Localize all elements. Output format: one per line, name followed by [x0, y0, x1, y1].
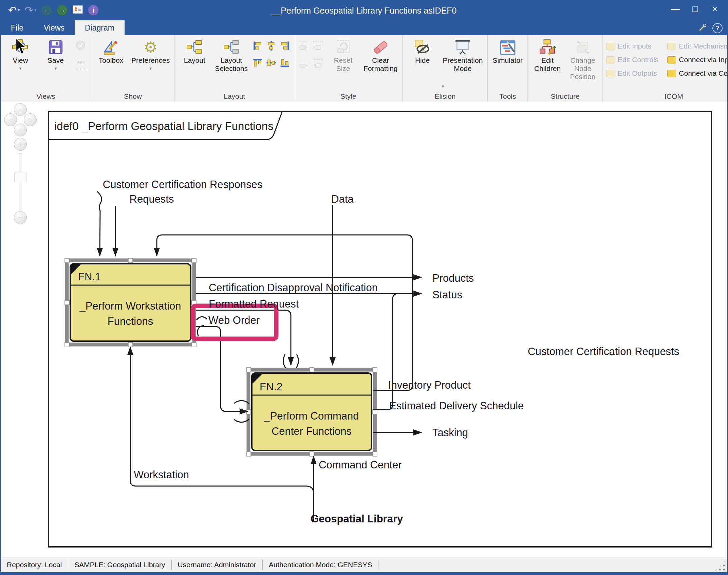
label-formatted-request[interactable]: Formatted Request	[209, 298, 299, 310]
status-username: Username: Administrator	[172, 560, 263, 570]
zoom-out-button[interactable]: −	[14, 211, 27, 224]
pan-right-button[interactable]: ▶	[24, 113, 37, 126]
status-bar: Repository: Local SAMPLE: Geospatial Lib…	[1, 557, 727, 572]
label-customer-certification-requests[interactable]: Customer Certification Requests	[528, 346, 679, 357]
zoom-in-button[interactable]: +	[14, 138, 27, 151]
zoom-slider-track[interactable]	[19, 153, 22, 219]
mouse-cursor	[14, 37, 27, 55]
fn2-name-line1: _Perform Command	[264, 410, 359, 422]
window-bottom-edge	[1, 572, 727, 574]
fn1-name-line2: Functions	[108, 315, 153, 327]
label-estimated-delivery-schedule[interactable]: Estimated Delivery Schedule	[389, 400, 524, 412]
label-web-order[interactable]: Web Order	[208, 314, 260, 326]
fn1-name-line1: _Perform Workstation	[79, 300, 181, 312]
pan-down-button[interactable]: ▼	[14, 124, 27, 136]
label-inventory-product[interactable]: Inventory Product	[388, 379, 471, 391]
label-requests[interactable]: Requests	[130, 193, 174, 205]
genesys-window: ↶▾ ↷▾ ← → i __Perform Geospatial Library…	[0, 0, 728, 575]
label-customer-certification-responses[interactable]: Customer Certification Responses	[103, 179, 262, 190]
pan-left-button[interactable]: ◀	[4, 113, 17, 126]
function-box-fn1[interactable]: FN.1 _Perform Workstation Functions	[70, 264, 191, 341]
diagram-canvas[interactable]: idef0 _Perform Geospatial Library Functi…	[1, 1, 728, 575]
fn2-number: FN.2	[260, 381, 282, 393]
label-products[interactable]: Products	[432, 272, 474, 284]
label-tasking[interactable]: Tasking	[432, 427, 468, 439]
fn2-name-line2: Center Functions	[272, 425, 352, 437]
label-command-center[interactable]: Command Center	[319, 459, 402, 471]
resize-grip[interactable]	[714, 560, 726, 572]
fn1-number: FN.1	[78, 271, 101, 283]
status-repository: Repository: Local	[1, 560, 68, 570]
label-certification-disapproval-notification[interactable]: Certification Disapproval Notification	[209, 282, 378, 294]
status-auth-mode: Authentication Mode: GENESYS	[263, 560, 379, 570]
diagram-title-tab-label: idef0 _Perform Geospatial Library Functi…	[54, 120, 274, 132]
function-box-fn2[interactable]: FN.2 _Perform Command Center Functions	[252, 373, 372, 450]
zoom-slider-handle[interactable]	[14, 172, 26, 182]
label-status[interactable]: Status	[432, 289, 462, 301]
pan-up-button[interactable]: ▲	[14, 103, 27, 116]
label-workstation[interactable]: Workstation	[134, 469, 189, 481]
label-data[interactable]: Data	[331, 193, 354, 205]
label-geospatial-library[interactable]: Geospatial Library	[311, 513, 403, 525]
status-sample: SAMPLE: Geospatial Library	[68, 560, 171, 570]
